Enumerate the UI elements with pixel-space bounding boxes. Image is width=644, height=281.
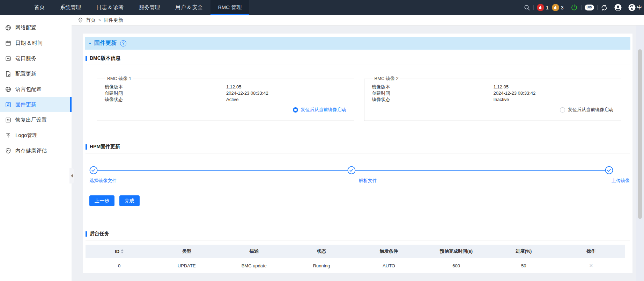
warning-count: 3 bbox=[561, 5, 564, 10]
previous-step-button[interactable]: 上一步 bbox=[89, 195, 114, 206]
memory-health-icon bbox=[5, 148, 11, 154]
step-label-select-file: 选择镜像文件 bbox=[89, 178, 269, 184]
sidebar-item-date-time[interactable]: 日期 & 时间 bbox=[0, 35, 72, 51]
page-title: 固件更新 bbox=[94, 39, 117, 47]
breadcrumb-separator: > bbox=[98, 18, 101, 23]
table-row: 0 UPDATE BMC update Running AUTO 600 50 … bbox=[86, 258, 625, 274]
column-progress: 进度(%) bbox=[490, 245, 557, 258]
section-bar bbox=[86, 231, 87, 237]
table-header-row: ID 类型 描述 状态 触发条件 预估完成时间(s) 进度 bbox=[86, 245, 625, 258]
warning-flame-icon bbox=[552, 4, 559, 11]
field-label: 创建时间 bbox=[105, 90, 226, 96]
sidebar-item-label: 网络配置 bbox=[15, 24, 36, 31]
critical-alerts-badge[interactable]: 1 bbox=[537, 4, 549, 11]
sidebar-item-logo-management[interactable]: Logo管理 bbox=[0, 128, 72, 143]
tab-bmc-management[interactable]: BMC 管理 bbox=[210, 0, 250, 15]
separator bbox=[611, 5, 611, 10]
sidebar-item-port-services[interactable]: 端口服务 bbox=[0, 51, 72, 66]
user-account-icon[interactable] bbox=[614, 4, 622, 11]
breadcrumb-current: 固件更新 bbox=[104, 17, 123, 23]
field-value: 1.12.05 bbox=[226, 84, 241, 90]
boot-from-image-2-radio[interactable]: 复位后从当前镜像启动 bbox=[372, 107, 614, 113]
sidebar-item-network-config[interactable]: 网络配置 bbox=[0, 20, 72, 35]
field-label: 镜像状态 bbox=[105, 96, 226, 103]
radio-label: 复位后从当前镜像启动 bbox=[568, 107, 613, 113]
section-title: 后台任务 bbox=[90, 231, 109, 237]
column-id[interactable]: ID bbox=[86, 245, 153, 258]
wizard-buttons: 上一步 完成 bbox=[89, 195, 632, 206]
sidebar-item-label: 恢复出厂设置 bbox=[15, 117, 47, 123]
sidebar-item-language-pack[interactable]: 语言包配置 bbox=[0, 81, 72, 97]
section-title: HPM固件更新 bbox=[90, 144, 120, 150]
sidebar-item-factory-reset[interactable]: 恢复出厂设置 bbox=[0, 112, 72, 128]
finish-button[interactable]: 完成 bbox=[119, 195, 140, 206]
separator bbox=[625, 5, 625, 10]
bmc-images-row: BMC 镜像 1 镜像版本 1.12.05 创建时间 2024-12-23 08… bbox=[97, 75, 621, 121]
section-title: BMC版本信息 bbox=[90, 55, 120, 62]
port-services-icon bbox=[5, 56, 11, 62]
sidebar-item-memory-health[interactable]: 内存健康评估 bbox=[0, 143, 72, 158]
sidebar-item-firmware-update[interactable]: 固件更新 bbox=[0, 97, 72, 112]
refresh-icon[interactable] bbox=[601, 4, 608, 11]
language-globe-icon bbox=[5, 86, 11, 92]
config-update-icon bbox=[5, 71, 11, 77]
tab-home[interactable]: 首页 bbox=[27, 0, 52, 15]
field-row: 镜像状态 Inactive bbox=[372, 96, 614, 103]
field-value: 2024-12-23 08:33:42 bbox=[226, 90, 268, 96]
page-title-banner: 固件更新 ? bbox=[85, 37, 630, 50]
breadcrumb-home[interactable]: 首页 bbox=[86, 17, 96, 23]
column-description: 描述 bbox=[220, 245, 288, 258]
field-value: Inactive bbox=[494, 96, 509, 103]
radio-unchecked-icon bbox=[560, 107, 565, 113]
scrollbar-thumb[interactable] bbox=[638, 49, 642, 219]
boot-from-image-1-radio[interactable]: 复位后从当前镜像启动 bbox=[105, 107, 347, 113]
field-label: 创建时间 bbox=[372, 90, 494, 96]
bmc-image-1-box: BMC 镜像 1 镜像版本 1.12.05 创建时间 2024-12-23 08… bbox=[97, 75, 354, 121]
tab-user-security[interactable]: 用户 & 安全 bbox=[168, 0, 210, 15]
sidebar-item-config-update[interactable]: 配置更新 bbox=[0, 66, 72, 81]
separator bbox=[597, 5, 598, 10]
bullet-icon bbox=[89, 43, 91, 44]
breadcrumb: 首页 > 固件更新 bbox=[72, 15, 644, 26]
help-icon[interactable]: ? bbox=[120, 40, 126, 46]
power-icon[interactable] bbox=[570, 4, 578, 12]
cell-id: 0 bbox=[86, 258, 153, 274]
calendar-icon bbox=[5, 40, 11, 46]
tab-service-management[interactable]: 服务管理 bbox=[131, 0, 168, 15]
sidebar-item-label: 固件更新 bbox=[15, 101, 36, 108]
tab-system-management[interactable]: 系统管理 bbox=[52, 0, 89, 15]
uid-button[interactable]: UID bbox=[585, 5, 594, 10]
field-row: 创建时间 2024-12-23 08:33:42 bbox=[105, 90, 347, 96]
field-value: 2024-12-23 08:33:42 bbox=[494, 90, 536, 96]
collapse-arrow-icon bbox=[71, 174, 73, 178]
section-bmc-version: BMC版本信息 bbox=[86, 55, 630, 62]
firmware-update-icon bbox=[5, 102, 11, 108]
factory-reset-icon bbox=[5, 117, 11, 123]
critical-count: 1 bbox=[546, 5, 549, 10]
language-selector[interactable]: 中 bbox=[628, 4, 642, 11]
section-bar bbox=[86, 144, 87, 150]
column-trigger: 触发条件 bbox=[355, 245, 423, 258]
cell-description: BMC update bbox=[220, 258, 288, 274]
search-icon[interactable] bbox=[524, 5, 530, 11]
sidebar-item-label: 配置更新 bbox=[15, 71, 36, 77]
sidebar-item-label: 日期 & 时间 bbox=[15, 40, 43, 46]
field-value: Active bbox=[226, 96, 238, 103]
content-panel: 固件更新 ? BMC版本信息 BMC 镜像 1 bbox=[83, 34, 632, 273]
step-label-upload-image: 上传镜像 bbox=[450, 178, 630, 184]
step-complete-icon bbox=[347, 166, 356, 174]
warning-alerts-badge[interactable]: 3 bbox=[552, 4, 564, 11]
field-row: 镜像状态 Active bbox=[105, 96, 347, 103]
cancel-task-icon[interactable]: ✕ bbox=[589, 263, 593, 268]
main-area: 首页 > 固件更新 固件更新 ? bbox=[72, 15, 644, 281]
column-type: 类型 bbox=[153, 245, 220, 258]
background-tasks-table: ID 类型 描述 状态 触发条件 预估完成时间(s) 进度 bbox=[86, 245, 625, 274]
tab-logs-diagnostics[interactable]: 日志 & 诊断 bbox=[89, 0, 131, 15]
field-label: 镜像状态 bbox=[372, 96, 494, 103]
critical-flame-icon bbox=[537, 4, 544, 11]
separator bbox=[567, 5, 567, 10]
section-hpm-update: HPM固件更新 bbox=[86, 144, 630, 150]
bmc-image-2-box: BMC 镜像 2 镜像版本 1.12.05 创建时间 2024-12-23 08… bbox=[364, 75, 622, 121]
bmc-image-2-legend: BMC 镜像 2 bbox=[373, 75, 400, 82]
sidebar-collapse-handle[interactable] bbox=[69, 168, 74, 183]
